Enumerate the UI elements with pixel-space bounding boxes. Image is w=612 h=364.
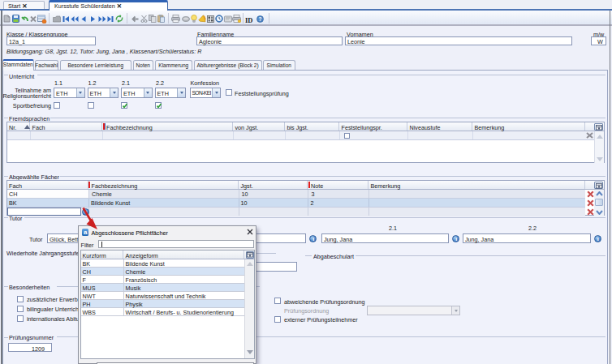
svg-text:?: ?	[258, 15, 261, 21]
